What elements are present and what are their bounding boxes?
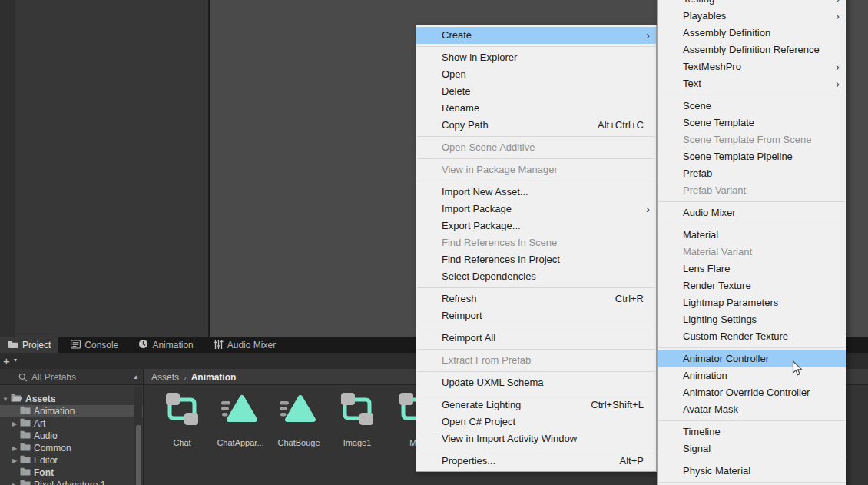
- mixer-icon: [214, 340, 224, 351]
- menu-item-view-in-import-activity-window[interactable]: View in Import Activity Window: [416, 430, 656, 447]
- project-folder-tree: ▼AssetsAnimation▶ArtAudio▶Common▶EditorF…: [0, 385, 143, 485]
- left-panel-edge: [0, 0, 15, 337]
- foldout-closed-icon[interactable]: ▶: [11, 420, 18, 427]
- menu-item-export-package[interactable]: Export Package...: [416, 218, 656, 234]
- collapse-panel-icon[interactable]: ▲: [133, 374, 139, 380]
- breadcrumb-current[interactable]: Animation: [191, 372, 237, 383]
- foldout-closed-icon[interactable]: ▶: [11, 457, 18, 464]
- asset-chatbouge[interactable]: ChatBouge: [270, 388, 328, 447]
- menu-separator: [658, 420, 845, 421]
- menu-item-select-dependencies[interactable]: Select Dependencies: [416, 268, 656, 285]
- tab-animation[interactable]: Animation: [131, 337, 200, 353]
- menu-item-label: View in Import Activity Window: [442, 430, 644, 447]
- menu-item-label: Scene: [683, 98, 833, 115]
- animator-controller-icon: [338, 390, 376, 428]
- asset-chatappar[interactable]: ChatAppar...: [211, 388, 270, 447]
- menu-item-lightmap-parameters[interactable]: Lightmap Parameters: [658, 294, 846, 311]
- tree-scrollbar-thumb[interactable]: [136, 425, 141, 485]
- menu-item-material[interactable]: Material: [658, 227, 846, 244]
- menu-item-scene-template-from-scene: Scene Template From Scene: [658, 131, 846, 148]
- menu-item-textmeshpro[interactable]: TextMeshPro›: [658, 58, 846, 75]
- saved-search-row[interactable]: All Prefabs ▲: [0, 369, 143, 385]
- menu-item-open[interactable]: Open: [416, 66, 656, 83]
- menu-item-scene-template[interactable]: Scene Template: [658, 115, 846, 131]
- foldout-open-icon[interactable]: ▼: [2, 396, 9, 403]
- tree-item-animation[interactable]: Animation: [0, 405, 143, 417]
- menu-item-avatar-mask[interactable]: Avatar Mask: [658, 401, 846, 418]
- tab-project[interactable]: Project: [0, 337, 58, 353]
- menu-item-testing[interactable]: Testing›: [658, 0, 846, 8]
- menu-item-assembly-definition-reference[interactable]: Assembly Definition Reference: [658, 42, 846, 58]
- menu-item-animator-override-controller[interactable]: Animator Override Controller: [658, 384, 846, 401]
- menu-item-playables[interactable]: Playables›: [658, 8, 846, 25]
- menu-item-render-texture[interactable]: Render Texture: [658, 277, 846, 294]
- menu-item-animation[interactable]: Animation: [658, 367, 846, 384]
- tab-console[interactable]: Console: [63, 337, 126, 353]
- menu-item-lens-flare[interactable]: Lens Flare: [658, 261, 846, 277]
- menu-item-label: Render Texture: [683, 277, 833, 294]
- menu-item-import-package[interactable]: Import Package›: [416, 201, 656, 218]
- menu-item-import-new-asset[interactable]: Import New Asset...: [416, 184, 656, 201]
- menu-item-label: Create: [442, 27, 644, 44]
- menu-item-reimport[interactable]: Reimport: [416, 307, 656, 324]
- menu-item-create[interactable]: Create›: [416, 27, 656, 44]
- menu-item-animator-controller[interactable]: Animator Controller: [658, 350, 846, 367]
- menu-item-label: Import New Asset...: [442, 184, 644, 201]
- menu-item-reimport-all[interactable]: Reimport All: [416, 330, 656, 347]
- menu-item-label: Physic Material: [683, 463, 833, 480]
- folder-icon: [18, 406, 34, 417]
- menu-item-scene-template-pipeline[interactable]: Scene Template Pipeline: [658, 148, 846, 165]
- add-asset-button[interactable]: +: [3, 354, 10, 368]
- menu-item-shortcut: Ctrl+R: [615, 291, 644, 307]
- foldout-closed-icon[interactable]: ▶: [11, 482, 18, 485]
- menu-item-label: Reimport: [442, 307, 644, 324]
- menu-item-text[interactable]: Text›: [658, 75, 846, 92]
- menu-item-copy-path[interactable]: Copy PathAlt+Ctrl+C: [416, 117, 656, 134]
- breadcrumb-root[interactable]: Assets: [151, 372, 179, 383]
- menu-item-custom-render-texture[interactable]: Custom Render Texture: [658, 328, 846, 345]
- menu-item-prefab[interactable]: Prefab: [658, 165, 846, 182]
- menu-item-label: Refresh: [442, 291, 594, 307]
- menu-item-label: Find References In Scene: [442, 234, 644, 251]
- tree-item-common[interactable]: ▶Common: [0, 442, 143, 454]
- context-menu: Create›Show in ExplorerOpenDeleteRenameC…: [416, 25, 657, 472]
- menu-item-refresh[interactable]: RefreshCtrl+R: [416, 291, 656, 307]
- asset-image1[interactable]: Image1: [328, 388, 386, 447]
- menu-item-find-references-in-project[interactable]: Find References In Project: [416, 251, 656, 268]
- menu-item-delete[interactable]: Delete: [416, 83, 656, 100]
- menu-item-generate-lighting[interactable]: Generate LightingCtrl+Shift+L: [416, 397, 656, 414]
- menu-item-lighting-settings[interactable]: Lighting Settings: [658, 311, 846, 328]
- submenu-arrow-icon: ›: [836, 75, 840, 92]
- animation-clip-icon: [280, 390, 318, 428]
- tree-item-art[interactable]: ▶Art: [0, 417, 143, 430]
- menu-item-signal[interactable]: Signal: [658, 440, 846, 457]
- menu-item-scene[interactable]: Scene: [658, 98, 846, 115]
- menu-item-update-uxml-schema[interactable]: Update UXML Schema: [416, 374, 656, 391]
- menu-item-label: Generate Lighting: [442, 397, 569, 414]
- tree-item-pixel-adventure-1[interactable]: ▶Pixel Adventure 1: [0, 479, 143, 485]
- menu-item-show-in-explorer[interactable]: Show in Explorer: [416, 49, 656, 66]
- foldout-closed-icon[interactable]: ▶: [11, 445, 18, 452]
- asset-label: Chat: [173, 438, 190, 447]
- menu-item-physic-material[interactable]: Physic Material: [658, 463, 846, 480]
- menu-item-label: Prefab: [683, 165, 833, 182]
- add-asset-caret-icon[interactable]: ▾: [14, 357, 17, 364]
- tree-item-label: Art: [34, 418, 45, 429]
- menu-item-label: Delete: [442, 83, 644, 100]
- menu-item-timeline[interactable]: Timeline: [658, 424, 846, 440]
- menu-item-audio-mixer[interactable]: Audio Mixer: [658, 204, 846, 221]
- menu-item-rename[interactable]: Rename: [416, 100, 656, 117]
- search-icon: [18, 373, 28, 382]
- tree-item-assets[interactable]: ▼Assets: [0, 393, 143, 405]
- menu-item-material-variant: Material Variant: [658, 244, 846, 261]
- tree-item-font[interactable]: Font: [0, 467, 143, 479]
- menu-item-label: Assembly Definition: [683, 25, 833, 42]
- menu-item-open-c-project[interactable]: Open C# Project: [416, 414, 656, 430]
- asset-chat[interactable]: Chat: [153, 388, 211, 447]
- tree-item-editor[interactable]: ▶Editor: [0, 454, 143, 467]
- tab-audio-mixer[interactable]: Audio Mixer: [206, 337, 283, 353]
- tree-item-label: Font: [34, 467, 54, 478]
- tree-item-audio[interactable]: Audio: [0, 430, 143, 442]
- menu-item-assembly-definition[interactable]: Assembly Definition: [658, 25, 846, 42]
- menu-item-properties[interactable]: Properties...Alt+P: [416, 453, 656, 470]
